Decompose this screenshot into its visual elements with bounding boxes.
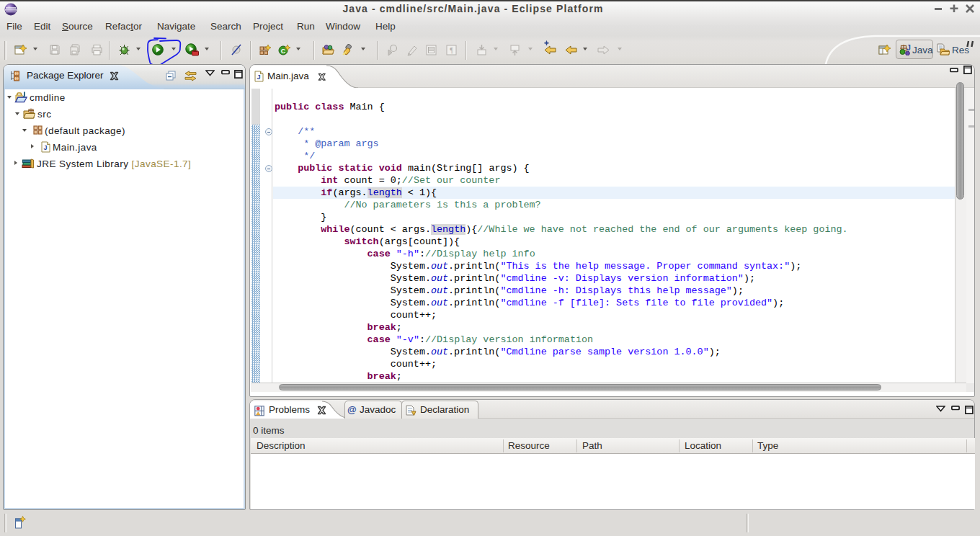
svg-text:C: C [281,48,286,55]
svg-text:J: J [906,44,911,52]
svg-text:¶: ¶ [450,46,453,54]
svg-text:J: J [43,144,47,151]
svg-text:J: J [257,73,260,81]
